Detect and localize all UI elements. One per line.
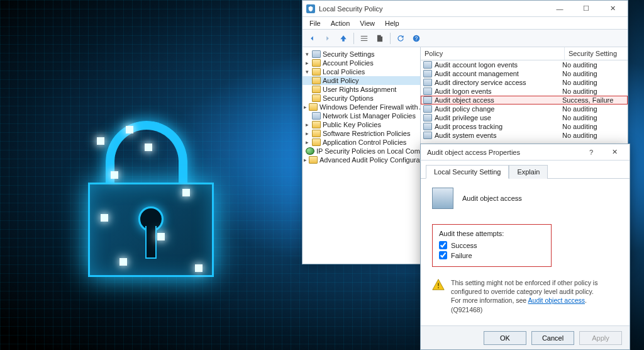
folder-icon <box>309 156 318 164</box>
tree-node[interactable]: ▸Windows Defender Firewall with Advan <box>303 103 420 111</box>
help-button[interactable]: ? <box>583 144 599 161</box>
back-button[interactable] <box>305 31 319 45</box>
policy-icon <box>423 132 432 139</box>
list-icon[interactable] <box>357 31 371 45</box>
toolbar-sep <box>353 33 354 44</box>
tree-pane[interactable]: ▾ Security Settings ▸Account Policies▾Lo… <box>303 47 421 264</box>
folder-icon <box>312 94 321 102</box>
policy-name: Audit system events <box>435 132 560 139</box>
col-setting[interactable]: Security Setting <box>565 47 628 60</box>
policy-row[interactable]: Audit account logon eventsNo auditing <box>421 60 628 69</box>
policy-row[interactable]: Audit policy changeNo auditing <box>421 104 628 113</box>
twisty-icon[interactable]: ▸ <box>304 121 310 128</box>
tree-node[interactable]: ▸Account Policies <box>303 59 420 67</box>
close-button[interactable]: ✕ <box>601 1 624 17</box>
tree-node[interactable]: IP Security Policies on Local Computer <box>303 147 420 155</box>
dlg-close-button[interactable]: ✕ <box>603 144 626 161</box>
column-headers[interactable]: Policy Security Setting <box>421 47 628 60</box>
dlg-titlebar[interactable]: Audit object access Properties ? ✕ <box>421 144 630 161</box>
policy-icon <box>432 188 453 209</box>
tree-node-label: Application Control Policies <box>323 138 406 146</box>
shield-icon <box>312 50 321 58</box>
folder-icon <box>312 138 321 146</box>
policy-value: No auditing <box>562 88 625 95</box>
tab-explain[interactable]: Explain <box>509 165 548 179</box>
policy-name: Audit policy change <box>435 105 560 113</box>
tree-node[interactable]: ▸Application Control Policies <box>303 138 420 147</box>
up-button[interactable] <box>336 31 350 45</box>
policy-value: No auditing <box>562 123 625 130</box>
twisty-icon[interactable]: ▸ <box>304 157 307 163</box>
policy-value: No auditing <box>562 70 625 77</box>
svg-rect-3 <box>438 287 439 288</box>
help-icon[interactable]: ? <box>409 31 423 45</box>
maximize-button[interactable]: ☐ <box>575 1 597 17</box>
tree-node[interactable]: ▾Local Policies <box>303 67 420 76</box>
titlebar[interactable]: Local Security Policy — ☐ ✕ <box>303 1 628 17</box>
success-checkbox[interactable] <box>439 241 447 249</box>
tree-node-label: Local Policies <box>323 68 365 76</box>
minimize-button[interactable]: — <box>548 1 571 17</box>
tree-node[interactable]: User Rights Assignment <box>303 85 420 94</box>
menu-view[interactable]: View <box>355 18 379 28</box>
note-line2a: For more information, see <box>451 296 528 304</box>
refresh-icon[interactable] <box>394 31 408 45</box>
apply-button[interactable]: Apply <box>579 331 622 345</box>
padlock-graphic <box>82 132 220 277</box>
folder-icon <box>312 77 321 84</box>
twisty-icon[interactable]: ▸ <box>304 104 307 110</box>
policy-row[interactable]: Audit process trackingNo auditing <box>421 122 628 131</box>
tree-node[interactable]: ▸Public Key Policies <box>303 120 420 129</box>
cancel-button[interactable]: Cancel <box>531 331 574 345</box>
col-policy[interactable]: Policy <box>421 47 565 60</box>
policy-value: No auditing <box>562 61 625 69</box>
properties-dialog: Audit object access Properties ? ✕ Local… <box>420 144 630 350</box>
policy-row[interactable]: Audit account managementNo auditing <box>421 69 628 78</box>
toolbar-sep-2 <box>390 33 391 44</box>
policy-row[interactable]: Audit logon eventsNo auditing <box>421 87 628 96</box>
twisty-icon[interactable]: ▸ <box>304 60 310 66</box>
policy-value: No auditing <box>562 132 625 139</box>
policy-row[interactable]: Audit system eventsNo auditing <box>421 131 628 140</box>
menu-help[interactable]: Help <box>380 18 404 28</box>
dlg-body: Audit object access Audit these attempts… <box>421 179 630 327</box>
policy-icon <box>423 61 432 69</box>
policy-row[interactable]: Audit object accessSuccess, Failure <box>421 96 628 104</box>
policy-name: Audit logon events <box>435 88 560 95</box>
tree-node[interactable]: Security Options <box>303 94 420 103</box>
twisty-icon[interactable]: ▸ <box>304 139 310 145</box>
svg-rect-2 <box>438 283 439 286</box>
audit-attempts-group: Audit these attempts: Success Failure <box>432 224 552 267</box>
export-icon[interactable] <box>373 31 387 45</box>
twisty-icon[interactable]: ▾ <box>304 69 310 75</box>
warning-icon <box>432 278 445 291</box>
failure-checkbox-row[interactable]: Failure <box>439 251 545 259</box>
tree-node-label: Windows Defender Firewall with Advan <box>319 103 421 111</box>
folder-icon <box>312 121 321 128</box>
policy-value: No auditing <box>562 114 625 121</box>
failure-checkbox[interactable] <box>439 251 447 259</box>
menu-file[interactable]: File <box>305 18 325 28</box>
tree-root[interactable]: ▾ Security Settings <box>303 50 420 59</box>
forward-button[interactable] <box>321 31 335 45</box>
tree-node-label: Network List Manager Policies <box>323 112 416 120</box>
policy-row[interactable]: Audit privilege useNo auditing <box>421 113 628 122</box>
policy-row[interactable]: Audit directory service accessNo auditin… <box>421 78 628 87</box>
window-title: Local Security Policy <box>319 5 545 13</box>
tree-node[interactable]: Audit Policy <box>303 76 420 85</box>
success-checkbox-row[interactable]: Success <box>439 241 545 249</box>
folder-icon <box>309 103 318 111</box>
twisty-icon[interactable]: ▾ <box>304 51 310 57</box>
menu-action[interactable]: Action <box>326 18 355 28</box>
tree-node[interactable]: ▸Software Restriction Policies <box>303 129 420 138</box>
tree-node[interactable]: ▸Advanced Audit Policy Configuration <box>303 155 420 164</box>
folder-icon <box>312 130 321 137</box>
policy-icon <box>423 88 432 95</box>
policy-icon <box>423 70 432 77</box>
ok-button[interactable]: OK <box>484 331 526 345</box>
tree-node[interactable]: Network List Manager Policies <box>303 111 420 120</box>
tab-local-setting[interactable]: Local Security Setting <box>426 165 509 179</box>
twisty-icon[interactable]: ▸ <box>304 130 310 137</box>
note-link[interactable]: Audit object access <box>528 296 585 304</box>
policy-note: This setting might not be enforced if ot… <box>432 278 618 314</box>
